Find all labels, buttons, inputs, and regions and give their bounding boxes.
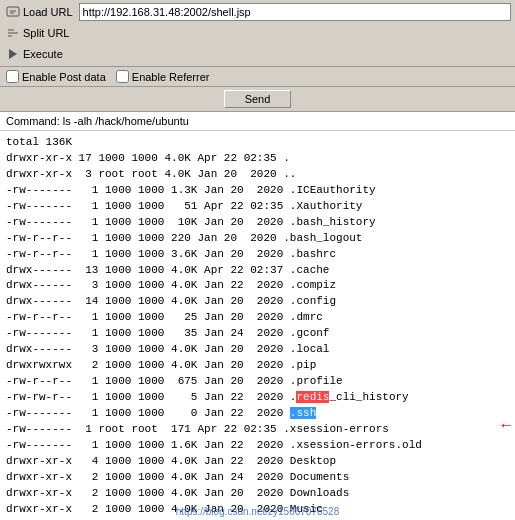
table-row: drwxr-xr-x 17 1000 1000 4.0K Apr 22 02:3… (6, 151, 509, 167)
table-row: drwx------ 13 1000 1000 4.0K Apr 22 02:3… (6, 263, 509, 279)
table-row: -rw------- 1 1000 1000 10K Jan 20 2020 .… (6, 215, 509, 231)
execute-icon (6, 47, 20, 61)
output-area[interactable]: total 136Kdrwxr-xr-x 17 1000 1000 4.0K A… (0, 131, 515, 520)
send-button[interactable]: Send (224, 90, 292, 108)
table-row: -rw------- 1 1000 1000 1.6K Jan 22 2020 … (6, 438, 509, 454)
table-row: drwxr-xr-x 3 root root 4.0K Jan 20 2020 … (6, 167, 509, 183)
split-url-label: Split URL (23, 27, 69, 39)
command-bar: Command: ls -alh /hack/home/ubuntu (0, 112, 515, 131)
referrer-group: Enable Referrer (116, 70, 210, 83)
execute-button[interactable]: Execute (4, 46, 65, 62)
table-row: -rw------- 1 root root 171 Apr 22 02:35 … (6, 422, 509, 438)
table-row: -rw------- 1 1000 1000 0 Jan 22 2020 .ss… (6, 406, 509, 422)
url-input[interactable] (79, 3, 511, 21)
table-row: -rw-rw-r-- 1 1000 1000 5 Jan 22 2020 .re… (6, 390, 509, 406)
enable-post-data-label: Enable Post data (22, 71, 106, 83)
table-row: drwx------ 3 1000 1000 4.0K Jan 20 2020 … (6, 342, 509, 358)
table-row: drwxr-xr-x 2 1000 1000 4.0K Jan 20 2020 … (6, 486, 509, 502)
options-bar: Enable Post data Enable Referrer (0, 67, 515, 87)
svg-marker-6 (9, 49, 17, 59)
table-row: drwxrwxrwx 2 1000 1000 4.0K Jan 20 2020 … (6, 358, 509, 374)
enable-referrer-label: Enable Referrer (132, 71, 210, 83)
table-row: -rw-r--r-- 1 1000 1000 220 Jan 20 2020 .… (6, 231, 509, 247)
command-text: Command: ls -alh /hack/home/ubuntu (6, 115, 189, 127)
table-row: -rw------- 1 1000 1000 1.3K Jan 20 2020 … (6, 183, 509, 199)
redis-highlight: redis (296, 391, 329, 403)
execute-label: Execute (23, 48, 63, 60)
table-row: total 136K (6, 135, 509, 151)
ssh-highlight: .ssh (290, 407, 316, 419)
split-url-button[interactable]: Split URL (4, 25, 71, 41)
table-row: -rw------- 1 1000 1000 51 Apr 22 02:35 .… (6, 199, 509, 215)
table-row: -rw-r--r-- 1 1000 1000 675 Jan 20 2020 .… (6, 374, 509, 390)
enable-referrer-checkbox[interactable] (116, 70, 129, 83)
table-row: drwx------ 3 1000 1000 4.0K Jan 22 2020 … (6, 278, 509, 294)
load-url-icon (6, 5, 20, 19)
toolbar: Load URL Split URL (0, 0, 515, 67)
watermark: https://blog.csdn.net/zy15667076528 (176, 505, 339, 520)
load-url-button[interactable]: Load URL (4, 4, 75, 20)
table-row: drwx------ 14 1000 1000 4.0K Jan 20 2020… (6, 294, 509, 310)
enable-post-data-checkbox[interactable] (6, 70, 19, 83)
send-bar: Send (0, 87, 515, 112)
table-row: -rw-r--r-- 1 1000 1000 3.6K Jan 20 2020 … (6, 247, 509, 263)
table-row: -rw------- 1 1000 1000 35 Jan 24 2020 .g… (6, 326, 509, 342)
table-row: -rw-r--r-- 1 1000 1000 25 Jan 20 2020 .d… (6, 310, 509, 326)
table-row: drwxr-xr-x 4 1000 1000 4.0K Jan 22 2020 … (6, 454, 509, 470)
post-data-group: Enable Post data (6, 70, 106, 83)
table-row: drwxr-xr-x 2 1000 1000 4.0K Jan 24 2020 … (6, 470, 509, 486)
split-url-icon (6, 26, 20, 40)
load-url-label: Load URL (23, 6, 73, 18)
